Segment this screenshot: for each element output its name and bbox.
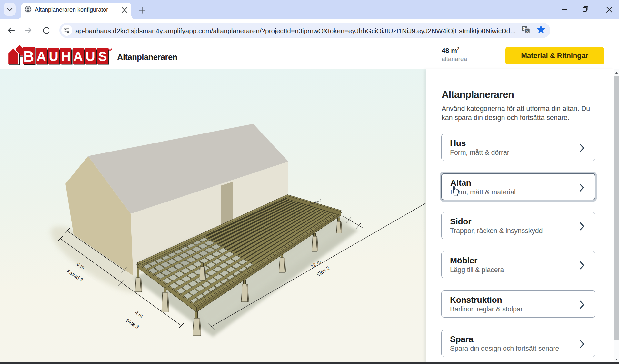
- svg-text:S: S: [98, 49, 107, 64]
- svg-text:U: U: [49, 49, 58, 64]
- svg-text:A: A: [73, 49, 83, 64]
- svg-text:U: U: [85, 49, 95, 64]
- svg-text:H: H: [61, 49, 71, 64]
- svg-text:B: B: [23, 48, 34, 65]
- svg-text:文: 文: [526, 29, 529, 33]
- svg-text:A: A: [36, 49, 46, 64]
- svg-text:R: R: [109, 49, 111, 51]
